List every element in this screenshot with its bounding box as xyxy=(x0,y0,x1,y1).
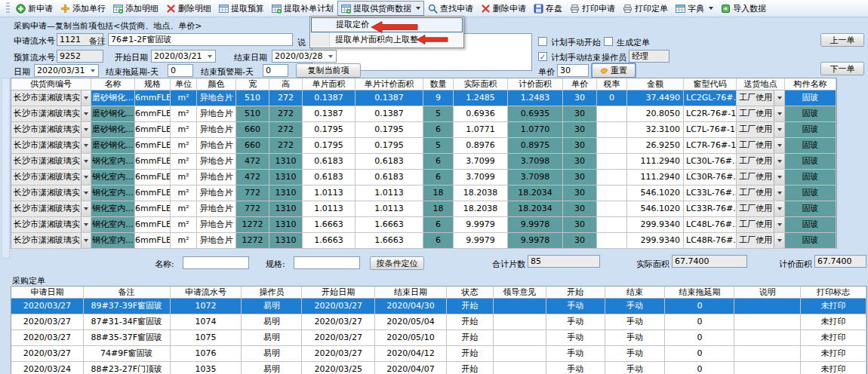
table-cell[interactable]: 1.2483 xyxy=(508,90,563,106)
toolbar-button-print-order[interactable]: 打印定单 xyxy=(619,1,672,16)
table-cell[interactable]: 0.6183 xyxy=(356,154,423,170)
table-cell[interactable]: LC48R-76#... xyxy=(684,233,737,249)
table-cell[interactable]: 111.2940 xyxy=(627,170,684,185)
table-cell[interactable]: 88#35-37F窗固玻 xyxy=(84,330,171,346)
table-row[interactable]: 2020/03/2789#37-39F窗固玻1072易明2020/03/2720… xyxy=(11,299,866,314)
table-cell[interactable]: 磨砂钢化... xyxy=(91,138,135,154)
table-row[interactable]: 2020/03/2787#31-34F窗固玻1074易明2020/03/2720… xyxy=(11,314,866,330)
table-row[interactable]: 长沙市潇湘玻璃实...磨砂钢化...6mmFLE...m²异地合片5102720… xyxy=(11,90,836,106)
toolbar-button-extract-budget[interactable]: 提取预算 xyxy=(215,1,268,16)
chevron-down-icon[interactable] xyxy=(774,185,784,201)
table-cell[interactable] xyxy=(734,299,801,314)
table-cell[interactable]: m² xyxy=(171,201,197,217)
table-cell[interactable]: 74#9F窗固玻 xyxy=(84,346,171,362)
table-cell[interactable]: 6mmFLE... xyxy=(135,201,171,217)
table-cell[interactable]: 0.8976 xyxy=(454,138,508,154)
table-cell[interactable]: m² xyxy=(171,170,197,185)
table-cell[interactable]: 5 xyxy=(423,138,454,154)
table-cell[interactable]: 30 xyxy=(563,122,597,138)
chevron-down-icon[interactable] xyxy=(81,185,91,201)
table-cell[interactable]: 手动 xyxy=(605,299,666,314)
table-cell[interactable]: LC7L-76#-1FO xyxy=(684,122,737,138)
table-row[interactable]: 长沙市潇湘玻璃实...磨砂钢化...6mmFLE...m²异地合片6602720… xyxy=(11,138,836,154)
combo-cell[interactable]: 工厂使用 xyxy=(737,201,785,217)
chevron-down-icon[interactable] xyxy=(81,170,91,185)
table-cell[interactable]: 9.9979 xyxy=(454,217,508,233)
table-cell[interactable]: 546.1020 xyxy=(627,201,684,217)
table-cell[interactable]: 3.7098 xyxy=(508,170,563,185)
table-row[interactable]: 长沙市潇湘玻璃实...磨砂钢化...6mmFLE...m²异地合片6602720… xyxy=(11,122,836,138)
table-cell[interactable]: LC48L-76#... xyxy=(684,217,737,233)
table-cell[interactable]: 2020/03/27 xyxy=(302,346,375,362)
combo-cell[interactable]: 工厂使用 xyxy=(737,122,785,138)
chevron-down-icon[interactable] xyxy=(81,106,91,121)
table-cell[interactable]: 异地合片 xyxy=(197,170,236,185)
table-cell[interactable]: 0.8975 xyxy=(508,138,563,154)
toolbar-button-add-detail[interactable]: 添加明细 xyxy=(109,1,162,16)
table-row[interactable]: 2020/03/2774#9F窗固玻1076易明2020/03/272020/0… xyxy=(11,346,866,362)
table-cell[interactable]: 0.1795 xyxy=(303,138,356,154)
table-cell[interactable]: 未打印 xyxy=(801,299,866,314)
table-cell[interactable]: 1035 xyxy=(171,362,242,374)
table-cell[interactable]: 开始 xyxy=(447,330,494,346)
table-cell[interactable]: 手动 xyxy=(605,314,666,330)
table-cell[interactable]: 89#37-39F窗固玻 xyxy=(84,299,171,314)
table-cell[interactable]: 6mmFLE... xyxy=(135,185,171,201)
table-cell[interactable] xyxy=(597,185,627,201)
combo-cell[interactable]: 工厂使用 xyxy=(737,170,785,185)
table-cell[interactable]: 2020/03/27 xyxy=(11,299,84,314)
table-cell[interactable]: 9.9978 xyxy=(508,217,563,233)
table-cell[interactable]: 272 xyxy=(269,90,303,106)
table-cell[interactable]: 3.7099 xyxy=(454,170,508,185)
table-cell[interactable]: 易明 xyxy=(242,299,302,314)
table-cell[interactable] xyxy=(494,362,546,374)
table-cell[interactable]: 易明 xyxy=(242,314,302,330)
table-cell[interactable]: 30 xyxy=(563,106,597,122)
chevron-down-icon[interactable] xyxy=(774,90,784,106)
table-cell[interactable]: 6 xyxy=(423,217,454,233)
table-cell[interactable]: 660 xyxy=(236,122,269,138)
table-cell[interactable]: 0.1795 xyxy=(356,138,423,154)
table-cell[interactable]: 异地合片 xyxy=(197,233,236,249)
table-cell[interactable]: 固玻 xyxy=(785,201,836,217)
table-cell[interactable]: 固玻 xyxy=(785,217,836,233)
toolbar-button-extract-supplier[interactable]: 提取供货商数据 xyxy=(337,1,424,16)
table-cell[interactable]: 30 xyxy=(563,90,597,106)
table-cell[interactable]: 0 xyxy=(597,90,627,106)
table-cell[interactable]: 固玻 xyxy=(785,106,836,122)
table-cell[interactable]: 固玻 xyxy=(785,170,836,185)
table-cell[interactable]: 6 xyxy=(423,170,454,185)
table-cell[interactable]: 异地合片 xyxy=(197,154,236,170)
table-cell[interactable]: m² xyxy=(171,217,197,233)
table-cell[interactable]: m² xyxy=(171,185,197,201)
combo-cell[interactable]: 长沙市潇湘玻璃实... xyxy=(11,185,91,201)
table-cell[interactable]: 易明 xyxy=(242,346,302,362)
table-cell[interactable]: 2020/03/27 xyxy=(302,330,375,346)
table-cell[interactable] xyxy=(597,154,627,170)
table-row[interactable]: 2020/03/2488#23-27F门顶玻1035易明2020/03/2520… xyxy=(11,362,866,374)
table-cell[interactable]: 6mmFLE... xyxy=(135,154,171,170)
locate-name-input[interactable] xyxy=(183,256,249,269)
table-cell[interactable]: 1.0113 xyxy=(303,185,356,201)
table-cell[interactable] xyxy=(494,330,546,346)
table-cell[interactable]: 异地合片 xyxy=(197,201,236,217)
table-row[interactable]: 长沙市潇湘玻璃实...钢化室内...6mmFLE...m²异地合片1272131… xyxy=(11,217,836,233)
table-cell[interactable]: 0.6936 xyxy=(454,106,508,122)
table-cell[interactable]: 未打印 xyxy=(801,330,866,346)
table-cell[interactable]: 30 xyxy=(563,185,597,201)
table-cell[interactable]: 2020/05/04 xyxy=(375,314,447,330)
table-cell[interactable]: 20.8050 xyxy=(627,106,684,122)
combo-cell[interactable]: 长沙市潇湘玻璃实... xyxy=(11,170,91,185)
toolbar-button-new-request[interactable]: 新申请 xyxy=(12,1,57,16)
table-cell[interactable]: 30 xyxy=(563,233,597,249)
locate-by-condition-button[interactable]: 按条件定位 xyxy=(370,256,424,270)
copy-current-button[interactable]: 复制当前项 xyxy=(296,63,361,78)
chevron-down-icon[interactable] xyxy=(774,170,784,185)
table-cell[interactable]: 钢化室内... xyxy=(91,154,135,170)
table-cell[interactable]: 18.2034 xyxy=(508,185,563,201)
table-cell[interactable]: 299.9340 xyxy=(627,217,684,233)
table-cell[interactable]: 固玻 xyxy=(785,154,836,170)
table-cell[interactable]: 0.6183 xyxy=(356,170,423,185)
combo-cell[interactable]: 长沙市潇湘玻璃实... xyxy=(11,201,91,217)
table-cell[interactable]: 手动 xyxy=(546,314,605,330)
